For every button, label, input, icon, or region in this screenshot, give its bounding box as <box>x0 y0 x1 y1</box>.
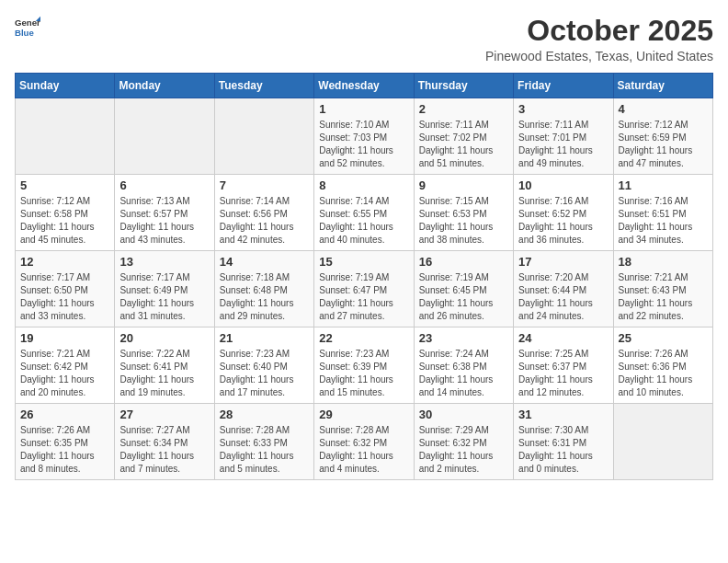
day-info: Sunrise: 7:18 AM Sunset: 6:48 PM Dayligh… <box>220 271 309 323</box>
day-number: 11 <box>619 178 708 192</box>
calendar-week-2: 5Sunrise: 7:12 AM Sunset: 6:58 PM Daylig… <box>16 175 713 251</box>
column-header-sunday: Sunday <box>16 74 115 98</box>
day-info: Sunrise: 7:11 AM Sunset: 7:02 PM Dayligh… <box>419 119 508 170</box>
day-info: Sunrise: 7:27 AM Sunset: 6:34 PM Dayligh… <box>119 424 209 476</box>
column-header-friday: Friday <box>514 74 613 98</box>
svg-text:General: General <box>15 17 40 28</box>
day-number: 27 <box>119 408 209 421</box>
column-header-tuesday: Tuesday <box>214 74 313 98</box>
calendar-cell: 16Sunrise: 7:19 AM Sunset: 6:45 PM Dayli… <box>414 251 513 327</box>
calendar-cell: 18Sunrise: 7:21 AM Sunset: 6:43 PM Dayli… <box>613 251 712 327</box>
calendar-cell: 20Sunrise: 7:22 AM Sunset: 6:41 PM Dayli… <box>115 327 214 404</box>
day-number: 24 <box>518 331 608 345</box>
calendar-cell: 30Sunrise: 7:29 AM Sunset: 6:32 PM Dayli… <box>414 404 513 480</box>
calendar-cell: 12Sunrise: 7:17 AM Sunset: 6:50 PM Dayli… <box>16 251 115 327</box>
calendar-table: SundayMondayTuesdayWednesdayThursdayFrid… <box>15 73 713 480</box>
day-number: 5 <box>20 178 109 192</box>
column-header-saturday: Saturday <box>613 74 712 98</box>
day-number: 7 <box>220 178 309 192</box>
day-info: Sunrise: 7:12 AM Sunset: 6:59 PM Dayligh… <box>619 119 708 170</box>
calendar-cell: 31Sunrise: 7:30 AM Sunset: 6:31 PM Dayli… <box>514 404 613 480</box>
day-number: 29 <box>319 408 408 421</box>
calendar-cell: 21Sunrise: 7:23 AM Sunset: 6:40 PM Dayli… <box>214 327 313 404</box>
calendar-cell <box>214 98 313 175</box>
day-info: Sunrise: 7:11 AM Sunset: 7:01 PM Dayligh… <box>518 119 608 170</box>
page-header: General Blue October 2025 Pinewood Estat… <box>15 15 713 63</box>
day-number: 10 <box>518 178 608 192</box>
calendar-cell <box>613 404 712 480</box>
calendar-week-4: 19Sunrise: 7:21 AM Sunset: 6:42 PM Dayli… <box>16 327 713 404</box>
calendar-cell: 8Sunrise: 7:14 AM Sunset: 6:55 PM Daylig… <box>314 175 414 251</box>
calendar-cell: 24Sunrise: 7:25 AM Sunset: 6:37 PM Dayli… <box>514 327 613 404</box>
day-info: Sunrise: 7:12 AM Sunset: 6:58 PM Dayligh… <box>20 195 109 247</box>
day-info: Sunrise: 7:15 AM Sunset: 6:53 PM Dayligh… <box>419 195 508 247</box>
day-info: Sunrise: 7:26 AM Sunset: 6:35 PM Dayligh… <box>20 424 109 476</box>
logo: General Blue <box>15 15 40 40</box>
calendar-header-row: SundayMondayTuesdayWednesdayThursdayFrid… <box>16 74 713 98</box>
calendar-week-1: 1Sunrise: 7:10 AM Sunset: 7:03 PM Daylig… <box>16 98 713 175</box>
title-area: October 2025 Pinewood Estates, Texas, Un… <box>485 15 713 63</box>
calendar-week-5: 26Sunrise: 7:26 AM Sunset: 6:35 PM Dayli… <box>16 404 713 480</box>
day-number: 19 <box>20 331 109 345</box>
calendar-cell: 17Sunrise: 7:20 AM Sunset: 6:44 PM Dayli… <box>514 251 613 327</box>
day-info: Sunrise: 7:20 AM Sunset: 6:44 PM Dayligh… <box>518 271 608 323</box>
day-info: Sunrise: 7:25 AM Sunset: 6:37 PM Dayligh… <box>518 348 608 399</box>
calendar-cell: 5Sunrise: 7:12 AM Sunset: 6:58 PM Daylig… <box>16 175 115 251</box>
day-number: 17 <box>518 255 608 269</box>
day-number: 3 <box>518 102 608 116</box>
day-info: Sunrise: 7:21 AM Sunset: 6:42 PM Dayligh… <box>20 348 109 399</box>
calendar-cell: 9Sunrise: 7:15 AM Sunset: 6:53 PM Daylig… <box>414 175 513 251</box>
day-info: Sunrise: 7:21 AM Sunset: 6:43 PM Dayligh… <box>619 271 708 323</box>
calendar-cell: 26Sunrise: 7:26 AM Sunset: 6:35 PM Dayli… <box>16 404 115 480</box>
day-number: 20 <box>119 331 209 345</box>
day-number: 13 <box>119 255 209 269</box>
calendar-cell <box>115 98 214 175</box>
day-number: 31 <box>518 408 608 421</box>
calendar-cell: 14Sunrise: 7:18 AM Sunset: 6:48 PM Dayli… <box>214 251 313 327</box>
day-info: Sunrise: 7:28 AM Sunset: 6:32 PM Dayligh… <box>319 424 408 476</box>
column-header-monday: Monday <box>115 74 214 98</box>
day-number: 22 <box>319 331 408 345</box>
column-header-thursday: Thursday <box>414 74 513 98</box>
location-title: Pinewood Estates, Texas, United States <box>485 49 713 63</box>
day-info: Sunrise: 7:19 AM Sunset: 6:47 PM Dayligh… <box>319 271 408 323</box>
day-number: 12 <box>20 255 109 269</box>
calendar-cell: 10Sunrise: 7:16 AM Sunset: 6:52 PM Dayli… <box>514 175 613 251</box>
calendar-cell: 19Sunrise: 7:21 AM Sunset: 6:42 PM Dayli… <box>16 327 115 404</box>
calendar-cell: 29Sunrise: 7:28 AM Sunset: 6:32 PM Dayli… <box>314 404 414 480</box>
day-number: 9 <box>419 178 508 192</box>
day-info: Sunrise: 7:22 AM Sunset: 6:41 PM Dayligh… <box>119 348 209 399</box>
day-info: Sunrise: 7:13 AM Sunset: 6:57 PM Dayligh… <box>119 195 209 247</box>
svg-text:Blue: Blue <box>15 28 34 38</box>
calendar-cell: 1Sunrise: 7:10 AM Sunset: 7:03 PM Daylig… <box>314 98 414 175</box>
calendar-cell: 3Sunrise: 7:11 AM Sunset: 7:01 PM Daylig… <box>514 98 613 175</box>
calendar-cell: 13Sunrise: 7:17 AM Sunset: 6:49 PM Dayli… <box>115 251 214 327</box>
calendar-cell: 28Sunrise: 7:28 AM Sunset: 6:33 PM Dayli… <box>214 404 313 480</box>
day-info: Sunrise: 7:16 AM Sunset: 6:52 PM Dayligh… <box>518 195 608 247</box>
calendar-cell: 27Sunrise: 7:27 AM Sunset: 6:34 PM Dayli… <box>115 404 214 480</box>
month-title: October 2025 <box>485 15 713 47</box>
calendar-cell: 23Sunrise: 7:24 AM Sunset: 6:38 PM Dayli… <box>414 327 513 404</box>
day-info: Sunrise: 7:16 AM Sunset: 6:51 PM Dayligh… <box>619 195 708 247</box>
day-number: 23 <box>419 331 508 345</box>
day-number: 4 <box>619 102 708 116</box>
day-info: Sunrise: 7:26 AM Sunset: 6:36 PM Dayligh… <box>619 348 708 399</box>
day-info: Sunrise: 7:29 AM Sunset: 6:32 PM Dayligh… <box>419 424 508 476</box>
day-number: 30 <box>419 408 508 421</box>
calendar-cell <box>16 98 115 175</box>
calendar-cell: 15Sunrise: 7:19 AM Sunset: 6:47 PM Dayli… <box>314 251 414 327</box>
day-number: 21 <box>220 331 309 345</box>
day-info: Sunrise: 7:17 AM Sunset: 6:50 PM Dayligh… <box>20 271 109 323</box>
calendar-cell: 22Sunrise: 7:23 AM Sunset: 6:39 PM Dayli… <box>314 327 414 404</box>
day-number: 15 <box>319 255 408 269</box>
day-info: Sunrise: 7:17 AM Sunset: 6:49 PM Dayligh… <box>119 271 209 323</box>
day-info: Sunrise: 7:10 AM Sunset: 7:03 PM Dayligh… <box>319 119 408 170</box>
day-number: 2 <box>419 102 508 116</box>
day-info: Sunrise: 7:19 AM Sunset: 6:45 PM Dayligh… <box>419 271 508 323</box>
logo-icon: General Blue <box>15 15 40 40</box>
day-info: Sunrise: 7:14 AM Sunset: 6:56 PM Dayligh… <box>220 195 309 247</box>
day-info: Sunrise: 7:14 AM Sunset: 6:55 PM Dayligh… <box>319 195 408 247</box>
day-info: Sunrise: 7:23 AM Sunset: 6:40 PM Dayligh… <box>220 348 309 399</box>
day-number: 6 <box>119 178 209 192</box>
day-number: 16 <box>419 255 508 269</box>
